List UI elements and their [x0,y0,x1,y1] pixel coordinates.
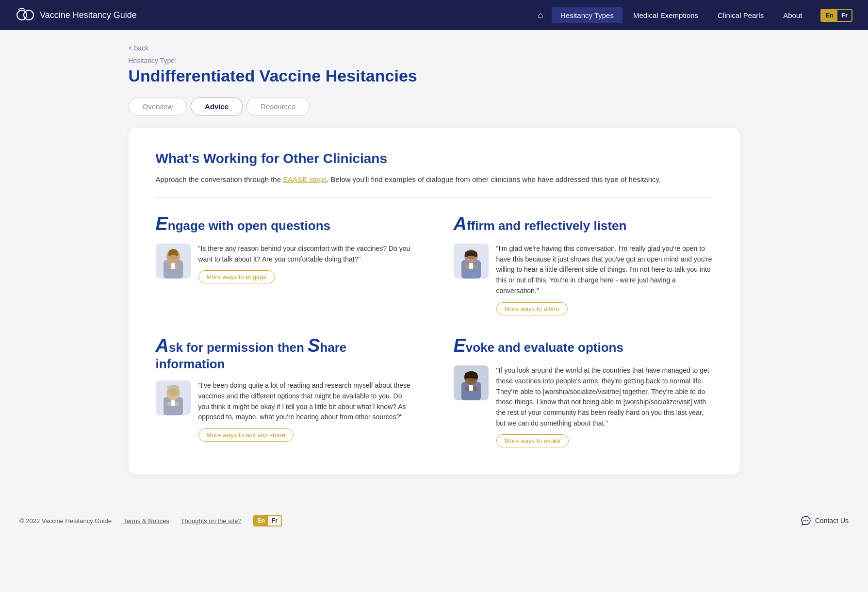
eaase-link[interactable]: EAASE steps [283,175,327,183]
section-ask: Ask for permission then Share informatio… [156,335,415,448]
section-divider [156,197,713,197]
svg-point-24 [465,387,469,391]
evoke-title: Evoke and evaluate options [454,335,713,357]
svg-rect-11 [469,263,473,269]
eaase-grid: Engage with open questions [156,213,713,448]
card-intro: Approach the conversation through the EA… [156,174,713,185]
engage-title: Engage with open questions [156,213,415,235]
svg-point-27 [805,520,806,521]
page-container: < back Hesitancy Type: Undifferentiated … [109,30,759,504]
ask-quote: "I've been doing quite a lot of reading … [198,380,415,423]
affirm-avatar [454,244,489,279]
footer-lang-fr[interactable]: Fr [268,516,281,526]
tab-resources[interactable]: Resources [246,97,310,116]
evoke-quote: "If you look around the world at the cou… [496,365,713,428]
tabs: Overview Advice Resources [129,97,740,116]
nav-clinical-pearls[interactable]: Clinical Pearls [709,7,772,23]
back-link[interactable]: < back [129,44,149,52]
engage-quote-content: "Is there any reason behind your discomf… [198,244,415,283]
advice-card: What's Working for Other Clinicians Appr… [129,128,740,475]
ask-big-letter: A [156,335,169,356]
hesitancy-type-label: Hesitancy Type: [129,57,740,65]
affirm-title-rest: ffirm and reflectively listen [467,218,626,233]
ask-title-rest: sk for permission then [169,340,308,355]
nav-hesitancy-types[interactable]: Hesitancy Types [552,7,622,23]
evoke-more-btn[interactable]: More ways to evoke [496,434,569,447]
section-evoke: Evoke and evaluate options [454,335,713,448]
engage-quote: "Is there any reason behind your discomf… [198,244,415,264]
affirm-title: Affirm and reflectively listen [454,213,713,235]
logo-icon [16,5,35,25]
tab-overview[interactable]: Overview [129,97,187,116]
svg-point-1 [24,10,33,20]
nav-links: ⌂ Hesitancy Types Medical Exemptions Cli… [531,6,852,24]
card-intro-text: Approach the conversation through the [156,175,283,183]
nav-medical-exemptions[interactable]: Medical Exemptions [624,7,707,23]
footer-language-switcher: En Fr [253,515,282,526]
svg-point-28 [807,520,808,521]
lang-en-button[interactable]: En [821,10,837,21]
svg-rect-5 [171,263,175,269]
home-link[interactable]: ⌂ [531,6,550,24]
svg-point-12 [465,265,469,269]
lang-fr-button[interactable]: Fr [837,10,852,21]
engage-quote-area: "Is there any reason behind your discomf… [156,244,415,283]
engage-more-btn[interactable]: More ways to engage [198,270,275,283]
engage-avatar [156,244,191,279]
evoke-quote-area: "If you look around the world at the cou… [454,365,713,447]
engage-big-letter: E [156,214,168,234]
evoke-title-rest: voke and evaluate options [466,340,623,355]
evoke-quote-content: "If you look around the world at the cou… [496,365,713,447]
language-switcher: En Fr [820,9,852,22]
svg-rect-23 [469,385,473,391]
ask-avatar [156,380,191,415]
chat-icon [801,515,811,526]
footer-copyright: © 2022 Vaccine Hesitancy Guide [19,517,112,525]
svg-rect-17 [171,400,175,406]
ask-more-btn[interactable]: More ways to ask and share [198,428,294,442]
affirm-more-btn[interactable]: More ways to affirm [496,302,568,315]
footer-lang-en[interactable]: En [254,516,268,526]
footer: © 2022 Vaccine Hesitancy Guide Terms & N… [0,504,868,537]
card-title: What's Working for Other Clinicians [156,151,713,166]
affirm-quote-area: "I'm glad we're having this conversation… [454,244,713,315]
evoke-avatar [454,365,489,400]
ask-quote-area: "I've been doing quite a lot of reading … [156,380,415,442]
svg-point-6 [167,265,171,269]
affirm-big-letter: A [454,214,467,234]
card-intro-suffix: . Below you'll find examples of dialogue… [327,175,661,183]
svg-point-25 [473,387,477,391]
tab-advice[interactable]: Advice [191,97,243,116]
logo-text: Vaccine Hesitancy Guide [40,10,137,20]
navigation: Vaccine Hesitancy Guide ⌂ Hesitancy Type… [0,0,868,30]
footer-left: © 2022 Vaccine Hesitancy Guide Terms & N… [19,515,282,526]
footer-contact-label: Contact Us [815,517,849,525]
section-engage: Engage with open questions [156,213,415,315]
site-logo[interactable]: Vaccine Hesitancy Guide [16,5,531,25]
affirm-quote-content: "I'm glad we're having this conversation… [496,244,713,315]
engage-title-rest: ngage with open questions [168,218,330,233]
ask-title: Ask for permission then Share informatio… [156,335,415,372]
footer-terms-link[interactable]: Terms & Notices [123,517,169,525]
ask-quote-content: "I've been doing quite a lot of reading … [198,380,415,442]
share-big-letter: S [308,335,320,356]
affirm-quote: "I'm glad we're having this conversation… [496,244,713,296]
svg-point-7 [175,265,179,269]
section-affirm: Affirm and reflectively listen [454,213,713,315]
footer-contact[interactable]: Contact Us [801,515,849,526]
nav-about[interactable]: About [774,7,811,23]
svg-point-18 [167,402,171,406]
evoke-big-letter: E [454,335,466,356]
svg-point-13 [473,265,477,269]
page-title: Undifferentiated Vaccine Hesitancies [129,66,740,85]
footer-thoughts-link[interactable]: Thoughts on the site? [181,517,242,525]
svg-point-19 [175,402,179,406]
svg-point-26 [803,520,804,521]
svg-point-16 [168,388,178,396]
